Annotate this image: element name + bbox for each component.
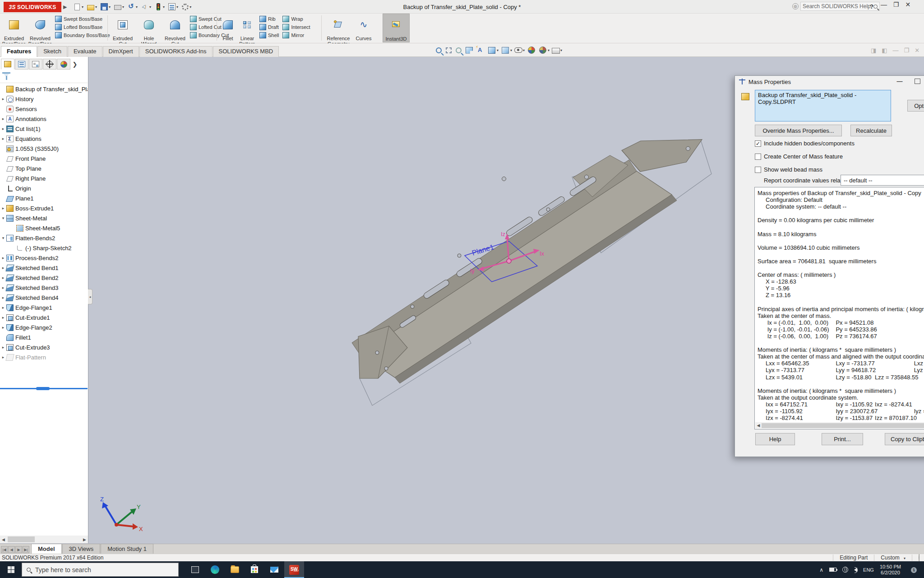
display-style-button[interactable]: ▾ xyxy=(501,46,512,55)
tree-item[interactable]: Cut-Extrude3 xyxy=(0,342,88,352)
expand-arrow[interactable] xyxy=(0,117,6,121)
panel-expand-chevron[interactable]: ❯ xyxy=(71,59,79,70)
ribbon-small-button[interactable]: Intersect xyxy=(281,23,312,30)
next-tab-button[interactable]: ▶ xyxy=(15,546,22,553)
expand-arrow[interactable] xyxy=(0,305,6,310)
configuration-selector[interactable]: Custom ▾ xyxy=(874,555,912,561)
network-icon[interactable] xyxy=(842,567,848,573)
recalculate-button[interactable]: Recalculate xyxy=(850,125,892,136)
tag-button[interactable] xyxy=(912,555,919,561)
tree-item[interactable]: Sketched Bend4 xyxy=(0,293,88,303)
hide-show-items-button[interactable]: ▾ xyxy=(514,46,525,55)
mass-properties-results[interactable]: Mass properties of Backup of Transfer_sk… xyxy=(754,187,924,429)
tree-item[interactable]: Equations xyxy=(0,134,88,144)
command-tab[interactable]: DimXpert xyxy=(103,46,139,57)
tree-item[interactable]: Front Plane xyxy=(0,154,88,163)
pane-left-icon[interactable]: ◨ xyxy=(871,47,876,54)
tree-item[interactable]: Sheet-Metal5 xyxy=(0,223,88,233)
doc-close-button[interactable]: ✕ xyxy=(915,47,919,54)
model-tab[interactable]: Model xyxy=(31,544,62,554)
tree-horizontal-scrollbar[interactable]: ◀ ▶ xyxy=(0,536,88,543)
results-horizontal-scrollbar[interactable]: ◀ xyxy=(755,422,924,429)
tree-item[interactable]: Sketched Bend1 xyxy=(0,263,88,273)
zoom-to-area-button[interactable] xyxy=(445,47,453,54)
restore-button[interactable]: ❐ xyxy=(893,1,899,8)
quick-access-button[interactable]: ▾ xyxy=(140,2,152,12)
tree-item[interactable]: Cut-Extrude1 xyxy=(0,312,88,322)
instant3d-toggle[interactable]: Instant3D xyxy=(383,14,410,42)
expand-arrow[interactable] xyxy=(0,295,6,300)
tree-item[interactable]: Sketched Bend2 xyxy=(0,273,88,283)
tree-item[interactable]: Boss-Extrude1 xyxy=(0,203,88,213)
configuration-manager-tab[interactable] xyxy=(29,59,42,70)
property-manager-tab[interactable] xyxy=(15,59,28,70)
tree-item[interactable]: Edge-Flange2 xyxy=(0,322,88,332)
help-button[interactable]: Help xyxy=(755,433,795,445)
battery-icon[interactable] xyxy=(829,568,836,572)
tree-item[interactable]: Backup of Transfer_skid_Plate_solid xyxy=(0,84,88,94)
expand-arrow[interactable] xyxy=(0,126,6,131)
panel-collapse-handle[interactable]: ◂ xyxy=(88,289,92,304)
command-tab[interactable]: SOLIDWORKS Add-Ins xyxy=(139,46,213,57)
dimxpert-manager-tab[interactable] xyxy=(43,59,56,70)
tree-item[interactable]: Annotations xyxy=(0,114,88,124)
copy-to-clipboard-button[interactable]: Copy to Clipboard xyxy=(885,433,924,445)
doc-minimize-button[interactable]: — xyxy=(893,47,899,54)
checkbox[interactable] xyxy=(755,154,761,160)
expand-arrow[interactable] xyxy=(0,345,6,350)
quick-access-button[interactable]: ▾ xyxy=(113,2,125,12)
first-tab-button[interactable]: |◀ xyxy=(1,546,8,553)
ribbon-small-button[interactable]: Draft xyxy=(258,23,281,30)
tree-item[interactable]: History xyxy=(0,94,88,104)
apply-scene-button[interactable]: ▾ xyxy=(538,46,550,55)
ribbon-small-button[interactable]: Lofted Boss/Base xyxy=(53,23,112,30)
selected-item-box[interactable]: Backup of Transfer_skid_Plate_solid - Co… xyxy=(755,90,891,121)
tree-item[interactable]: Sensors xyxy=(0,104,88,114)
command-tab[interactable]: Evaluate xyxy=(68,46,102,57)
close-button[interactable]: ✕ xyxy=(906,1,911,8)
taskbar-search-input[interactable]: Type here to search xyxy=(22,563,179,577)
tree-item[interactable]: Top Plane xyxy=(0,163,88,173)
view-settings-button[interactable]: ▾ xyxy=(552,47,562,54)
expand-arrow[interactable] xyxy=(0,285,6,290)
logo-expand-arrow[interactable]: ▶ xyxy=(63,4,67,10)
expand-arrow[interactable] xyxy=(0,315,6,320)
taskbar-app-button[interactable] xyxy=(225,561,245,578)
expand-arrow[interactable] xyxy=(0,275,6,280)
tree-item[interactable]: Right Plane xyxy=(0,173,88,183)
options-button[interactable]: Options... xyxy=(907,100,924,112)
pane-right-icon[interactable]: ◧ xyxy=(882,47,887,54)
tree-item[interactable]: Flat-Pattern xyxy=(0,352,88,362)
tree-item[interactable]: Sketched Bend3 xyxy=(0,283,88,293)
command-tab[interactable]: SOLIDWORKS MBD xyxy=(213,46,279,57)
print-button[interactable]: Print... xyxy=(822,433,863,445)
taskbar-app-button[interactable] xyxy=(264,561,284,578)
tree-item[interactable]: Process-Bends2 xyxy=(0,253,88,263)
scroll-left-arrow[interactable]: ◀ xyxy=(755,423,762,428)
tree-item[interactable]: Origin xyxy=(0,183,88,193)
tree-item[interactable]: Cut list(1) xyxy=(0,124,88,134)
quick-access-button[interactable]: ▾ xyxy=(126,2,139,12)
expand-arrow[interactable] xyxy=(0,266,6,270)
command-tab[interactable]: Features xyxy=(1,46,37,57)
hidden-icons-chevron[interactable]: ∧ xyxy=(819,567,823,573)
model-tab[interactable]: 3D Views xyxy=(62,544,101,554)
ribbon-small-button[interactable]: Mirror xyxy=(281,32,312,38)
expand-arrow[interactable] xyxy=(0,256,6,260)
ribbon-small-button[interactable]: Rib xyxy=(258,15,281,22)
last-tab-button[interactable]: ▶| xyxy=(23,546,29,553)
expand-arrow[interactable] xyxy=(0,97,6,101)
prev-tab-button[interactable]: ◀ xyxy=(8,546,15,553)
feature-manager-tab[interactable] xyxy=(1,59,14,70)
tree-item[interactable]: (-) Sharp-Sketch2 xyxy=(0,243,88,253)
taskbar-clock[interactable]: 10:50 PM 6/2/2020 xyxy=(880,564,901,576)
edit-appearance-button[interactable] xyxy=(527,46,536,55)
tree-item[interactable]: Flatten-Bends2 xyxy=(0,233,88,243)
display-manager-tab[interactable] xyxy=(57,59,70,70)
start-button[interactable] xyxy=(0,561,22,578)
tree-filter-row[interactable] xyxy=(0,71,88,83)
checkbox[interactable]: ✓ xyxy=(755,140,761,147)
taskbar-app-button[interactable] xyxy=(205,561,225,578)
language-indicator[interactable]: ENG xyxy=(863,567,874,573)
tree-item[interactable]: Edge-Flange1 xyxy=(0,303,88,312)
